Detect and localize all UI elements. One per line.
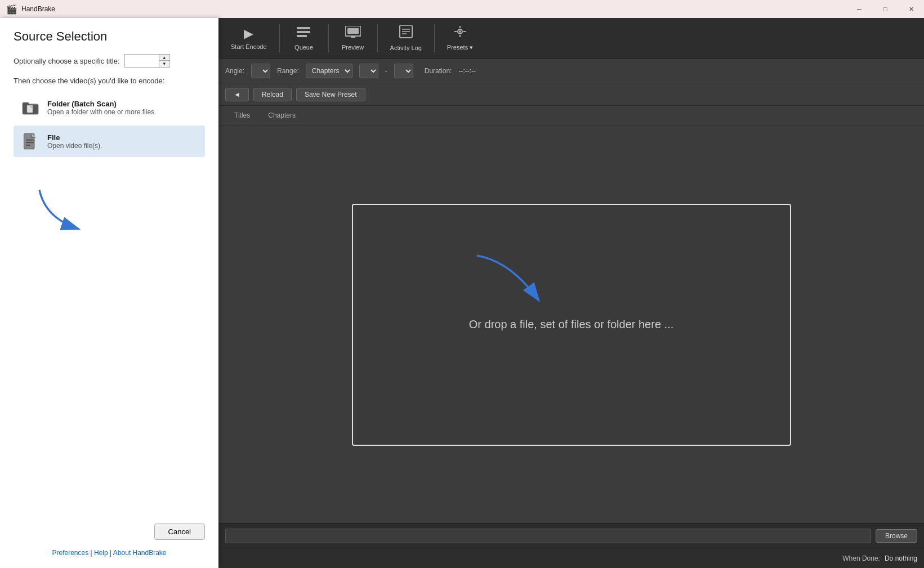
range-dash: - xyxy=(385,67,387,75)
toolbar-separator-3 xyxy=(377,24,378,52)
about-link[interactable]: About HandBrake xyxy=(113,549,167,557)
range-start-select[interactable] xyxy=(359,64,378,78)
preview-label: Preview xyxy=(342,44,364,51)
main-layout: Source Selection Optionally choose a spe… xyxy=(0,18,924,568)
toolbar-separator-1 xyxy=(279,24,280,52)
footer-links: Preferences | Help | About HandBrake xyxy=(52,549,166,557)
preview-icon xyxy=(345,26,361,42)
folder-option-desc: Open a folder with one or more files. xyxy=(47,108,156,116)
drop-zone-container: Or drop a file, set of files or folder h… xyxy=(218,126,924,523)
browse-button[interactable]: Browse xyxy=(876,529,917,543)
window-controls: ─ □ ✕ xyxy=(846,0,924,18)
reload-button[interactable]: Reload xyxy=(253,88,292,101)
svg-rect-11 xyxy=(347,28,359,34)
drop-zone[interactable]: Or drop a file, set of files or folder h… xyxy=(352,204,791,446)
toolbar-separator-4 xyxy=(434,24,435,52)
choose-label: Then choose the video(s) you'd like to e… xyxy=(14,77,205,85)
svg-rect-9 xyxy=(297,35,307,37)
tabs-row: Titles Chapters xyxy=(218,106,924,126)
source-panel-footer: Cancel Preferences | Help | About HandBr… xyxy=(14,524,205,557)
file-icon xyxy=(20,131,41,151)
duration-label: Duration: xyxy=(425,67,452,75)
title-input[interactable] xyxy=(125,55,159,67)
folder-option[interactable]: Folder (Batch Scan) Open a folder with o… xyxy=(14,92,205,123)
title-spinner[interactable]: ▲ ▼ xyxy=(124,54,170,68)
file-option[interactable]: File Open video file(s). xyxy=(14,126,205,157)
spinner-up[interactable]: ▲ xyxy=(159,55,169,61)
activity-log-icon xyxy=(399,25,413,42)
drop-arrow xyxy=(466,250,556,320)
app-title: HandBrake xyxy=(21,5,55,13)
folder-option-name: Folder (Batch Scan) xyxy=(47,100,156,108)
folder-option-text: Folder (Batch Scan) Open a folder with o… xyxy=(47,100,156,116)
queue-label: Queue xyxy=(294,44,313,51)
title-label: Optionally choose a specific title: xyxy=(14,57,120,65)
arrow-annotation xyxy=(34,184,101,240)
help-link[interactable]: Help xyxy=(94,549,108,557)
activity-log-label: Activity Log xyxy=(390,44,422,51)
save-new-preset-button[interactable]: Save New Preset xyxy=(296,88,365,101)
back-button[interactable]: ◄ xyxy=(225,88,249,101)
cancel-button[interactable]: Cancel xyxy=(154,524,205,540)
range-select[interactable]: Chapters xyxy=(306,64,352,78)
presets-label: Presets ▾ xyxy=(447,44,473,51)
preferences-link[interactable]: Preferences xyxy=(52,549,88,557)
file-option-desc: Open video file(s). xyxy=(47,142,102,150)
activity-log-button[interactable]: Activity Log xyxy=(382,21,430,56)
source-title: Source Selection xyxy=(14,29,205,44)
svg-rect-8 xyxy=(297,31,310,33)
presets-icon xyxy=(453,25,467,42)
toolbar: ▶ Start Encode Queue xyxy=(218,18,924,59)
svg-rect-12 xyxy=(351,36,355,38)
range-end-select[interactable] xyxy=(394,64,413,78)
app-logo: 🎬 xyxy=(7,4,17,14)
minimize-button[interactable]: ─ xyxy=(846,0,872,18)
folder-icon xyxy=(20,97,41,118)
maximize-button[interactable]: □ xyxy=(872,0,898,18)
angle-select[interactable] xyxy=(251,64,270,78)
title-bar: 🎬 HandBrake ─ □ ✕ xyxy=(0,0,924,18)
content-area: Angle: Range: Chapters - Duration: --:--… xyxy=(218,59,924,523)
source-selection-panel: Source Selection Optionally choose a spe… xyxy=(0,18,218,568)
close-button[interactable]: ✕ xyxy=(898,0,924,18)
preview-button[interactable]: Preview xyxy=(333,21,373,55)
presets-button[interactable]: Presets ▾ xyxy=(439,20,481,56)
svg-rect-1 xyxy=(27,105,33,113)
file-option-text: File Open video file(s). xyxy=(47,133,102,150)
start-encode-label: Start Encode xyxy=(231,43,267,50)
svg-point-18 xyxy=(459,30,461,33)
svg-rect-7 xyxy=(297,27,310,29)
when-done-label: When Done: xyxy=(842,554,880,562)
drop-text: Or drop a file, set of files or folder h… xyxy=(469,318,674,331)
toolbar-separator-2 xyxy=(328,24,329,52)
status-bar: Browse xyxy=(218,523,924,548)
buttons-row: ◄ Reload Save New Preset xyxy=(218,83,924,106)
file-option-name: File xyxy=(47,133,102,142)
queue-icon xyxy=(297,26,311,42)
queue-button[interactable]: Queue xyxy=(284,21,324,55)
when-done-bar: When Done: Do nothing xyxy=(218,548,924,568)
settings-bar: Angle: Range: Chapters - Duration: --:--… xyxy=(218,59,924,83)
spinner-down[interactable]: ▼ xyxy=(159,61,169,67)
range-label: Range: xyxy=(277,67,299,75)
when-done-value: Do nothing xyxy=(885,554,917,562)
title-row: Optionally choose a specific title: ▲ ▼ xyxy=(14,54,205,68)
duration-value: --:--:-- xyxy=(458,67,476,75)
angle-label: Angle: xyxy=(225,67,244,75)
start-encode-icon: ▶ xyxy=(244,26,253,41)
spinner-buttons: ▲ ▼ xyxy=(159,55,169,67)
output-path-input[interactable] xyxy=(225,529,871,543)
tab-titles[interactable]: Titles xyxy=(225,108,259,124)
tab-chapters[interactable]: Chapters xyxy=(259,108,305,124)
start-encode-button[interactable]: ▶ Start Encode xyxy=(223,22,275,55)
app-panel: ▶ Start Encode Queue xyxy=(218,18,924,568)
